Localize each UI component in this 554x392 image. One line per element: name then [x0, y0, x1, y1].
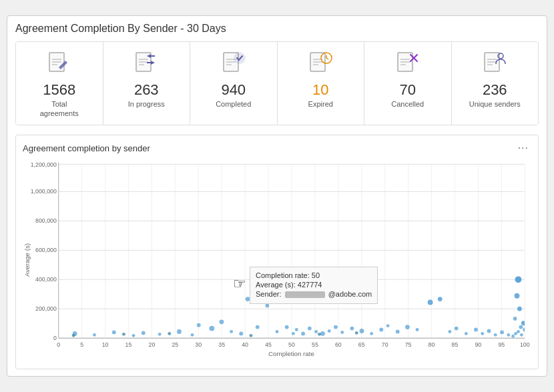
svg-text:25: 25 [172, 341, 178, 348]
unique-senders-label: Unique senders [469, 99, 521, 109]
svg-text:85: 85 [452, 341, 459, 348]
completed-number: 940 [221, 82, 246, 98]
x-icon [392, 50, 423, 78]
svg-point-122 [379, 328, 383, 332]
svg-point-97 [177, 329, 182, 334]
svg-point-135 [517, 307, 522, 311]
page-title: Agreement Completion By Sender - 30 Days [15, 23, 539, 35]
svg-point-103 [239, 332, 243, 336]
svg-point-114 [314, 330, 318, 333]
svg-point-144 [481, 332, 484, 335]
stat-card-unique-senders: 236 Unique senders [452, 42, 539, 125]
svg-point-137 [519, 325, 523, 329]
svg-text:15: 15 [125, 341, 132, 348]
svg-point-150 [122, 333, 125, 336]
svg-point-148 [507, 333, 510, 337]
svg-point-126 [416, 328, 419, 331]
svg-point-110 [295, 328, 298, 331]
svg-text:800,000: 800,000 [35, 218, 57, 225]
svg-point-102 [230, 330, 233, 333]
svg-text:40: 40 [242, 341, 248, 348]
svg-point-118 [340, 331, 344, 334]
stat-card-cancelled: 70 Cancelled [364, 42, 452, 125]
svg-text:1,000,000: 1,000,000 [31, 189, 57, 195]
cancelled-label: Cancelled [391, 99, 424, 109]
svg-point-117 [334, 325, 338, 329]
svg-point-131 [465, 332, 468, 335]
svg-point-93 [112, 331, 116, 335]
total-agreements-number: 1568 [43, 82, 75, 98]
svg-point-127 [428, 300, 433, 305]
svg-point-101 [220, 320, 224, 325]
svg-text:30: 30 [195, 341, 202, 348]
svg-point-123 [386, 325, 390, 328]
stat-card-inprogress: 263 In progress [103, 42, 191, 125]
svg-point-138 [517, 330, 520, 333]
chart-title: Agreement completion by sender [23, 143, 150, 153]
chart-section: Agreement completion by sender ··· Avera… [15, 135, 539, 369]
svg-text:95: 95 [498, 341, 505, 348]
check-icon [218, 50, 249, 78]
inprogress-number: 263 [134, 82, 159, 98]
completed-label: Completed [216, 99, 251, 109]
svg-point-120 [360, 329, 364, 333]
expired-label: Expired [308, 99, 333, 109]
svg-point-136 [513, 317, 517, 321]
svg-point-119 [350, 327, 354, 331]
svg-text:55: 55 [312, 341, 318, 348]
svg-point-100 [209, 326, 214, 331]
svg-text:Average (s): Average (s) [23, 243, 31, 277]
svg-point-95 [142, 331, 146, 335]
svg-point-133 [515, 277, 522, 283]
svg-point-106 [265, 304, 269, 308]
stat-card-completed: 940 Completed [190, 42, 278, 125]
svg-text:80: 80 [429, 341, 435, 348]
svg-point-109 [285, 325, 289, 329]
svg-text:10: 10 [102, 341, 109, 348]
svg-point-94 [132, 334, 135, 337]
svg-point-140 [520, 333, 523, 337]
arrows-icon [131, 50, 162, 78]
svg-point-130 [455, 327, 459, 331]
svg-text:5: 5 [80, 341, 83, 348]
svg-point-128 [438, 297, 443, 302]
svg-point-152 [249, 334, 252, 337]
svg-point-134 [515, 293, 520, 299]
svg-point-132 [474, 328, 478, 332]
svg-point-124 [396, 330, 400, 334]
svg-point-154 [355, 331, 358, 335]
svg-text:90: 90 [475, 341, 481, 348]
svg-point-108 [276, 330, 279, 333]
send-icon [44, 50, 75, 78]
inprogress-label: In progress [128, 99, 165, 109]
total-agreements-label: Totalagreements [40, 99, 79, 119]
clock-icon [305, 50, 336, 78]
stat-card-total: 1568 Totalagreements [16, 42, 103, 125]
svg-point-98 [191, 333, 194, 337]
cancelled-number: 70 [400, 82, 416, 98]
svg-text:70: 70 [382, 341, 388, 348]
svg-point-116 [328, 329, 331, 333]
svg-point-147 [500, 331, 504, 335]
unique-senders-number: 236 [483, 82, 507, 98]
svg-point-121 [370, 332, 373, 335]
svg-text:75: 75 [405, 341, 412, 348]
svg-point-153 [318, 333, 321, 336]
svg-point-142 [521, 321, 526, 326]
svg-text:35: 35 [218, 341, 225, 348]
svg-point-145 [487, 329, 491, 333]
svg-text:45: 45 [265, 341, 272, 348]
chart-area: Average (s) 0 200,000 400,000 600,000 80… [23, 157, 531, 363]
svg-point-99 [197, 323, 201, 327]
svg-point-112 [292, 332, 295, 335]
svg-point-139 [514, 332, 517, 335]
svg-text:0: 0 [57, 341, 60, 348]
svg-point-12 [234, 53, 245, 63]
svg-text:20: 20 [149, 341, 156, 348]
svg-text:1,200,000: 1,200,000 [31, 162, 57, 169]
chart-menu-button[interactable]: ··· [515, 142, 531, 154]
svg-text:200,000: 200,000 [35, 306, 57, 313]
svg-text:60: 60 [335, 341, 342, 348]
person-icon [479, 50, 510, 78]
svg-point-149 [72, 334, 75, 337]
